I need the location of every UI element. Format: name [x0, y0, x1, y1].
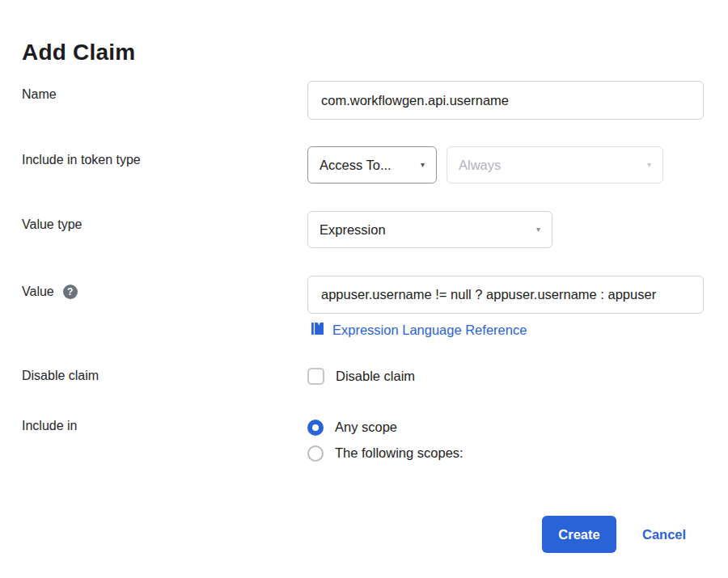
value-type-row: Value type Expression ▾: [22, 211, 704, 248]
include-in-label: Include in: [22, 419, 307, 433]
token-condition-selected-value: Always: [459, 158, 501, 173]
value-label: Value: [22, 285, 54, 299]
add-claim-dialog: Add Claim Name Include in token type Acc…: [0, 0, 728, 578]
disable-claim-checkbox[interactable]: [307, 368, 324, 385]
include-in-row: Include in Any scope The following scope…: [22, 419, 704, 462]
radio-option-following-scopes[interactable]: The following scopes:: [307, 445, 463, 462]
chevron-down-icon: ▾: [421, 161, 425, 169]
any-scope-label: Any scope: [335, 419, 397, 436]
value-type-label: Value type: [22, 211, 307, 232]
radio-selected-icon[interactable]: [307, 420, 324, 436]
value-type-select[interactable]: Expression ▾: [307, 211, 552, 248]
token-type-selected-value: Access To...: [320, 158, 392, 173]
disable-claim-label: Disable claim: [22, 368, 307, 383]
value-label-group: Value ?: [22, 276, 307, 299]
name-label: Name: [22, 81, 307, 102]
value-type-selected-value: Expression: [320, 222, 386, 238]
token-type-select[interactable]: Access To... ▾: [307, 146, 437, 184]
token-condition-select: Always ▾: [447, 146, 663, 184]
reference-link-label: Expression Language Reference: [332, 323, 527, 338]
scope-radio-group: Any scope The following scopes:: [307, 419, 463, 462]
token-type-row: Include in token type Access To... ▾ Alw…: [22, 146, 704, 184]
radio-unselected-icon[interactable]: [307, 445, 324, 462]
page-title: Add Claim: [22, 40, 135, 65]
book-icon: [311, 322, 324, 339]
radio-option-any-scope[interactable]: Any scope: [307, 419, 463, 436]
value-row: Value ? Expression Language Reference: [22, 276, 704, 339]
following-scopes-label: The following scopes:: [335, 445, 463, 462]
cancel-button[interactable]: Cancel: [642, 516, 686, 553]
disable-claim-checkbox-label: Disable claim: [336, 368, 415, 385]
help-icon[interactable]: ?: [63, 285, 78, 299]
chevron-down-icon: ▾: [647, 161, 651, 169]
name-row: Name: [22, 81, 704, 120]
name-input[interactable]: [307, 81, 704, 120]
token-type-label: Include in token type: [22, 146, 307, 167]
expression-language-reference-link[interactable]: Expression Language Reference: [311, 322, 527, 339]
value-input[interactable]: [307, 276, 704, 314]
create-button[interactable]: Create: [542, 516, 616, 553]
disable-claim-row: Disable claim Disable claim: [22, 368, 704, 385]
chevron-down-icon: ▾: [536, 226, 540, 234]
